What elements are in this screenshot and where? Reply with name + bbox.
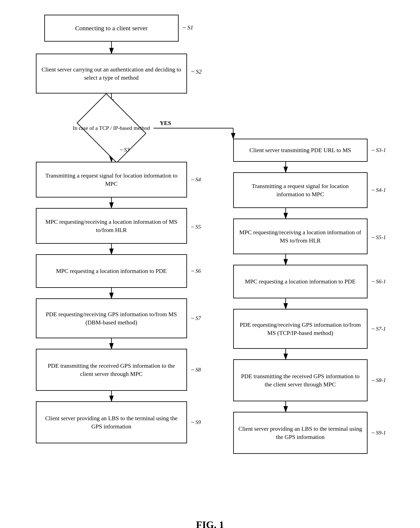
s3-diamond-label: In case of a TCP / IP-based method xyxy=(73,125,150,132)
s6-1-box: MPC requesting a location information to… xyxy=(233,265,367,298)
s2-box: Client server carrying out an authentica… xyxy=(36,54,187,94)
s7-1-label: ~ S7-1 xyxy=(372,326,386,332)
s6-box: MPC requesting a location information to… xyxy=(36,254,187,288)
s3-label: ~ S3 xyxy=(120,147,130,153)
flowchart: YES NO xyxy=(13,8,408,502)
s9-1-label: ~ S9-1 xyxy=(372,430,386,436)
s9-1-box: Client server providing an LBS to the te… xyxy=(233,412,367,454)
s7-label: ~ S7 xyxy=(191,315,201,322)
diagram-container: YES NO xyxy=(0,0,420,528)
fig-caption: FIG. 1 xyxy=(12,515,408,528)
s3-diamond: In case of a TCP / IP-based method xyxy=(69,105,153,151)
s4-1-label: ~ S4-1 xyxy=(372,187,386,193)
s8-box: PDE transmitting the received GPS inform… xyxy=(36,349,187,391)
s5-label: ~ S5 xyxy=(191,224,201,230)
s2-label: ~ S2 xyxy=(191,68,202,75)
s5-1-label: ~ S5-1 xyxy=(372,234,386,240)
svg-text:YES: YES xyxy=(160,120,171,126)
s9-box: Client server providing an LBS to the te… xyxy=(36,401,187,443)
s8-1-label: ~ S8-1 xyxy=(372,377,386,384)
s4-1-box: Transmitting a request signal for locati… xyxy=(233,172,367,208)
s8-1-box: PDE transmitting the received GPS inform… xyxy=(233,359,367,401)
s1-label: ~ S1 xyxy=(183,24,193,31)
s6-1-label: ~ S6-1 xyxy=(372,278,386,285)
s5-1-box: MPC requesting/receiving a location info… xyxy=(233,218,367,254)
s1-box: Connecting to a client server xyxy=(44,15,179,42)
s4-label: ~ S4 xyxy=(191,177,201,183)
s7-1-box: PDE requesting/receiving GPS information… xyxy=(233,309,367,349)
s6-label: ~ S6 xyxy=(191,268,201,274)
s8-label: ~ S8 xyxy=(191,367,201,373)
s3-1-label: ~ S3-1 xyxy=(372,147,386,153)
s4-box: Transmitting a request signal for locati… xyxy=(36,162,187,197)
s5-box: MPC requesting/receiving a location info… xyxy=(36,208,187,244)
s3-1-box: Client server transmitting PDE URL to MS xyxy=(233,139,367,162)
s7-box: PDE requesting/receiving GPS information… xyxy=(36,298,187,338)
s9-label: ~ S9 xyxy=(191,419,201,425)
